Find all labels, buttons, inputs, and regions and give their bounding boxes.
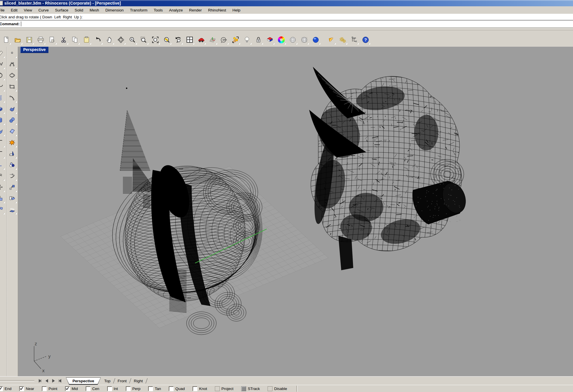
toolbox-surface-patch-button[interactable]: [7, 104, 17, 114]
toolbox-surface-tools-button[interactable]: [0, 127, 5, 136]
nav-last-button[interactable]: [58, 379, 62, 383]
osnap-project[interactable]: Project: [215, 386, 233, 391]
options-gears-button[interactable]: [337, 35, 348, 45]
toolbox-ellipse-button[interactable]: [7, 71, 17, 81]
osnap-disable[interactable]: Disable: [268, 386, 287, 391]
osnap-end[interactable]: End: [0, 386, 11, 391]
toolbox-circle-button[interactable]: [0, 71, 5, 81]
save-button[interactable]: [24, 35, 34, 45]
osnap-knot[interactable]: Knot: [193, 386, 207, 391]
osnap-perp[interactable]: Perp: [126, 386, 141, 391]
wireframe-viewport-button[interactable]: [299, 35, 309, 45]
cut-button[interactable]: [58, 35, 69, 45]
toolbox-arc-button[interactable]: [7, 93, 17, 103]
new-file-button[interactable]: [1, 35, 11, 45]
toolbox-point-button[interactable]: [7, 48, 17, 58]
menu-mesh[interactable]: Mesh: [87, 7, 102, 13]
osnap-int-checkbox[interactable]: [107, 386, 112, 391]
osnap-mid[interactable]: Mid: [65, 386, 78, 391]
osnap-cen[interactable]: Cen: [86, 386, 99, 391]
toolbox-copy-objects-button[interactable]: [0, 194, 5, 203]
undo-view-button[interactable]: [173, 35, 183, 45]
dimension-button[interactable]: [349, 35, 359, 45]
toolbox-sphere-button[interactable]: [7, 115, 17, 125]
lights-button[interactable]: [242, 35, 252, 45]
title-bar[interactable]: sliced_blaster.3dm - Rhinoceros (Corpora…: [0, 0, 573, 6]
osnap-near[interactable]: Near: [19, 386, 34, 391]
osnap-cen-checkbox[interactable]: [86, 386, 91, 391]
edit-points-button[interactable]: [219, 35, 229, 45]
osnap-int[interactable]: Int: [107, 386, 118, 391]
lock-button[interactable]: [253, 35, 264, 45]
nav-next-button[interactable]: [52, 379, 55, 383]
pan-button[interactable]: [104, 35, 115, 45]
rendered-viewport-button[interactable]: [311, 35, 321, 45]
toolbox-array-button[interactable]: [7, 194, 17, 203]
menu-analyze[interactable]: Analyze: [166, 7, 186, 13]
toolbox-polyline-button[interactable]: [0, 60, 5, 69]
help-button[interactable]: ?: [360, 35, 371, 45]
osnap-mid-checkbox[interactable]: [65, 386, 70, 391]
open-file-button[interactable]: [13, 35, 23, 45]
cplane-button[interactable]: [207, 35, 218, 45]
zoom-window-button[interactable]: [139, 35, 149, 45]
export-page-button[interactable]: [47, 35, 57, 45]
toolbox-explode-button[interactable]: [7, 138, 17, 148]
osnap-end-checkbox[interactable]: [0, 386, 3, 391]
undo-button[interactable]: [93, 35, 103, 45]
render-cone-button[interactable]: [326, 35, 336, 45]
osnap-disable-checkbox[interactable]: [268, 386, 272, 391]
osnap-tan-checkbox[interactable]: [148, 386, 153, 391]
toolbox-extend-curve-button[interactable]: [7, 171, 17, 181]
zoom-button[interactable]: [127, 35, 138, 45]
menu-solid[interactable]: Solid: [72, 7, 87, 13]
tab-top[interactable]: Top: [101, 378, 114, 384]
toolbox-box-button[interactable]: [0, 104, 5, 114]
osnap-project-checkbox[interactable]: [215, 386, 220, 391]
copy-button[interactable]: [70, 35, 80, 45]
nav-first-button[interactable]: [38, 379, 42, 383]
toolbox-rectangle-button[interactable]: [7, 82, 17, 92]
toolbox-move-button[interactable]: [0, 183, 5, 192]
zoom-extents-button[interactable]: [150, 35, 160, 45]
osnap-point[interactable]: Point: [42, 386, 57, 391]
toolbox-join-button[interactable]: [0, 160, 5, 170]
menu-transform[interactable]: Transform: [127, 7, 150, 13]
toolbox-split-button[interactable]: [7, 149, 17, 159]
menu-view[interactable]: View: [21, 7, 35, 13]
toolbox-orient-button[interactable]: [0, 205, 5, 215]
menu-help[interactable]: Help: [229, 7, 244, 13]
toolbox-boolean-union-button[interactable]: [7, 160, 17, 170]
tab-front[interactable]: Front: [114, 378, 130, 384]
osnap-perp-checkbox[interactable]: [126, 386, 131, 391]
color-wheel-button[interactable]: [276, 35, 286, 45]
toolbox-chamfer-button[interactable]: [0, 149, 5, 159]
viewport-3d-scene[interactable]: zyx: [18, 47, 573, 376]
paste-button[interactable]: [81, 35, 92, 45]
toolbox-cylinder-button[interactable]: [0, 115, 5, 125]
osnap-near-checkbox[interactable]: [19, 386, 24, 391]
toolbox-pencil-sketch-button[interactable]: [0, 48, 5, 58]
nav-prev-button[interactable]: [45, 379, 49, 383]
rotate-view-button[interactable]: [116, 35, 126, 45]
menu-dimension[interactable]: Dimension: [102, 7, 127, 13]
print-button[interactable]: [36, 35, 46, 45]
layers-button[interactable]: [265, 35, 275, 45]
zoom-selected-button[interactable]: [162, 35, 172, 45]
menu-surface[interactable]: Surface: [52, 7, 72, 13]
menu-edit[interactable]: Edit: [8, 7, 21, 13]
toolbox-helix-button[interactable]: [0, 93, 5, 103]
toolbox-mesh-surface-button[interactable]: [7, 127, 17, 136]
viewport-title-label[interactable]: Perspective: [20, 47, 48, 53]
osnap-tan[interactable]: Tan: [148, 386, 161, 391]
toolbox-scale-button[interactable]: [7, 183, 17, 192]
shaded-viewport-button[interactable]: [288, 35, 298, 45]
toolbox-fillet-button[interactable]: [0, 138, 5, 148]
tab-perspective[interactable]: Perspective: [66, 377, 101, 385]
menu-rhinonest[interactable]: RhinoNest: [205, 7, 229, 13]
command-prompt[interactable]: Command:: [0, 20, 573, 28]
menu-file[interactable]: File: [0, 7, 8, 13]
toolbox-extrude-surface-button[interactable]: [7, 205, 17, 215]
toolbox-curve-tools-button[interactable]: [0, 82, 5, 92]
osnap-point-checkbox[interactable]: [42, 386, 47, 391]
